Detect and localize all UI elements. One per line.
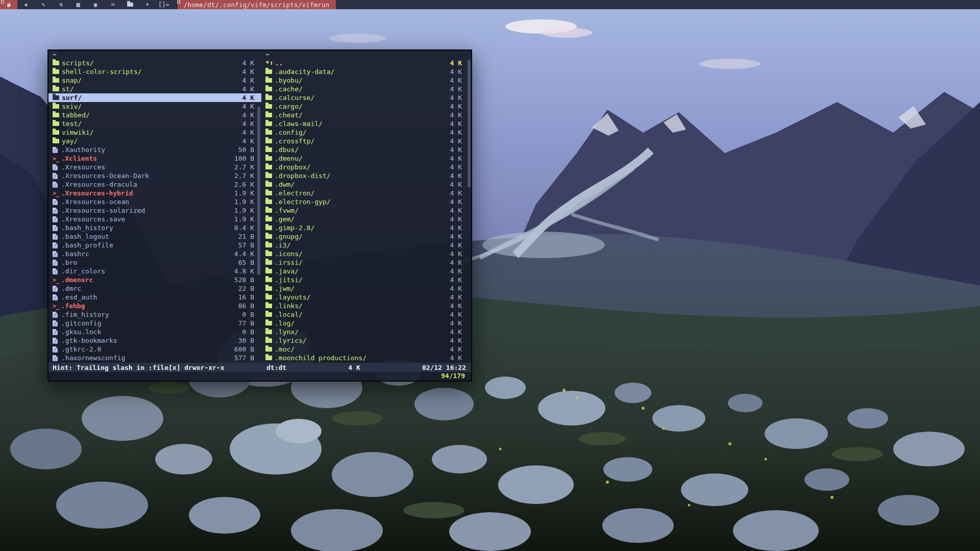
file-row[interactable]: .bash_history8.4 K xyxy=(48,223,261,232)
file-name: .bro xyxy=(61,259,234,266)
file-row[interactable]: .dmrc22 B xyxy=(48,284,261,293)
file-row[interactable]: .Xresources-solarized1.9 K xyxy=(48,206,261,215)
file-row[interactable]: >_.fehbg86 B xyxy=(48,302,261,310)
file-row[interactable]: .cheat/4 K xyxy=(261,111,471,119)
file-row[interactable]: yay/4 K xyxy=(48,137,261,145)
workspace-package-icon[interactable]: ❖ xyxy=(17,0,35,9)
file-row[interactable]: .byobu/4 K xyxy=(261,76,471,85)
file-row[interactable]: .gtkrc-2.0600 B xyxy=(48,345,261,354)
file-row[interactable]: .haxornewsconfig577 B xyxy=(48,354,261,362)
file-row[interactable]: .gtk-bookmarks30 B xyxy=(48,336,261,345)
workspace-files-folder-icon[interactable] xyxy=(121,0,139,9)
folder-icon xyxy=(53,87,59,91)
file-icon xyxy=(53,164,58,170)
workspace-video-camera-icon[interactable]: ◉ xyxy=(87,0,104,9)
file-row[interactable]: .lynx/4 K xyxy=(261,328,471,336)
workspace-lab-flask-icon[interactable]: ⚗ xyxy=(52,0,69,9)
file-row[interactable]: .Xresources-Ocean-Dark2.7 K xyxy=(48,171,261,180)
workspace-image-icon[interactable]: ▦ xyxy=(69,0,87,9)
file-row[interactable]: >_.dmenurc528 B xyxy=(48,276,261,284)
focused-window-title[interactable]: /home/dt/.config/vifm/scripts/vifmrun xyxy=(178,0,336,9)
workspace-telegram-icon[interactable]: ➤ xyxy=(139,0,156,9)
file-row[interactable]: .irssi/4 K xyxy=(261,258,471,267)
file-row[interactable]: .Xresources2.7 K xyxy=(48,163,261,171)
file-row[interactable]: .cargo/4 K xyxy=(261,102,471,111)
file-row[interactable]: .dropbox-dist/4 K xyxy=(261,171,471,180)
file-size: 4 K xyxy=(450,155,462,162)
file-size: 4 K xyxy=(242,77,254,84)
file-name: .jitsi/ xyxy=(275,276,446,284)
file-row[interactable]: .layouts/4 K xyxy=(261,293,471,302)
file-row[interactable]: .dbus/4 K xyxy=(261,145,471,154)
file-row[interactable]: .dmenu/4 K xyxy=(261,154,471,163)
file-row[interactable]: .calcurse/4 K xyxy=(261,93,471,102)
file-row[interactable]: .dir_colors4.8 K xyxy=(48,267,261,276)
file-row[interactable]: *⬆..4 K xyxy=(261,59,471,67)
file-row[interactable]: scripts/4 K xyxy=(48,59,261,67)
file-row[interactable]: .Xresources-dracula2.6 K xyxy=(48,180,261,189)
right-pane-scrollbar[interactable] xyxy=(468,60,471,187)
file-row[interactable]: .electron/4 K xyxy=(261,189,471,197)
file-icon xyxy=(53,355,58,361)
file-row[interactable]: .log/4 K xyxy=(261,319,471,328)
file-row[interactable]: surf/4 K xyxy=(48,93,261,102)
file-row[interactable]: .local/4 K xyxy=(261,310,471,319)
file-row[interactable]: .bashrc4.4 K xyxy=(48,249,261,258)
file-row[interactable]: >_.Xclients100 B xyxy=(48,154,261,163)
file-row[interactable]: vimwiki/4 K xyxy=(48,128,261,137)
file-row[interactable]: .gnupg/4 K xyxy=(261,232,471,241)
file-row[interactable]: .gimp-2.8/4 K xyxy=(261,223,471,232)
file-row[interactable]: .bash_profile57 B xyxy=(48,241,261,249)
workspace-computer-icon[interactable]: ⌨ xyxy=(104,0,121,9)
folder-icon xyxy=(265,347,272,352)
file-row[interactable]: .Xresources.save1.9 K xyxy=(48,215,261,223)
workspace-edit-icon[interactable]: ✎ xyxy=(35,0,52,9)
file-row[interactable]: .fim_history0 B xyxy=(48,310,261,319)
file-row[interactable]: .dwm/4 K xyxy=(261,180,471,189)
file-name: .dropbox-dist/ xyxy=(275,172,446,180)
file-row[interactable]: .icons/4 K xyxy=(261,249,471,258)
file-row[interactable]: .fvwm/4 K xyxy=(261,206,471,215)
file-row[interactable]: .dropbox/4 K xyxy=(261,163,471,171)
file-row[interactable]: .config/4 K xyxy=(261,128,471,137)
folder-icon xyxy=(265,130,272,135)
file-row[interactable]: .lyrics/4 K xyxy=(261,336,471,345)
file-row[interactable]: .i3/4 K xyxy=(261,241,471,249)
file-row[interactable]: .Xauthority50 B xyxy=(48,145,261,154)
vifm-panes: ~ scripts/4 Kshell-color-scripts/4 Ksnap… xyxy=(48,51,471,363)
file-size: 8.4 K xyxy=(234,224,254,232)
file-row[interactable]: .java/4 K xyxy=(261,267,471,276)
file-size: 0 B xyxy=(242,328,254,336)
file-row[interactable]: .jwm/4 K xyxy=(261,284,471,293)
file-row[interactable]: .gksu.lock0 B xyxy=(48,328,261,336)
file-row[interactable]: sxiv/4 K xyxy=(48,102,261,111)
file-row[interactable]: .links/4 K xyxy=(261,302,471,310)
file-row[interactable]: .Xresources-ocean1.9 K xyxy=(48,197,261,206)
file-name: .gimp-2.8/ xyxy=(275,224,446,232)
left-pane-scrollbar[interactable] xyxy=(257,107,260,275)
file-row[interactable]: .audacity-data/4 K xyxy=(261,67,471,76)
file-row[interactable]: .claws-mail/4 K xyxy=(261,119,471,128)
file-row[interactable]: snap/4 K xyxy=(48,76,261,85)
file-row[interactable]: test/4 K xyxy=(48,119,261,128)
folder-icon xyxy=(53,130,59,135)
file-row[interactable]: .bash_logout21 B xyxy=(48,232,261,241)
file-row[interactable]: .moc/4 K xyxy=(261,345,471,354)
file-size: 4 K xyxy=(450,285,462,292)
file-row[interactable]: .bro65 B xyxy=(48,258,261,267)
file-name: .irssi/ xyxy=(275,259,446,266)
file-row[interactable]: .crossftp/4 K xyxy=(261,137,471,145)
file-row[interactable]: shell-color-scripts/4 K xyxy=(48,67,261,76)
file-row[interactable]: .cache/4 K xyxy=(261,85,471,93)
file-row[interactable]: st/4 K xyxy=(48,85,261,93)
file-name: yay/ xyxy=(62,137,238,145)
file-row[interactable]: .gitconfig77 B xyxy=(48,319,261,328)
file-row[interactable]: .jitsi/4 K xyxy=(261,276,471,284)
file-row[interactable]: .electron-gyp/4 K xyxy=(261,197,471,206)
file-row[interactable]: .esd_auth16 B xyxy=(48,293,261,302)
file-row[interactable]: tabbed/4 K xyxy=(48,111,261,119)
file-row[interactable]: .gem/4 K xyxy=(261,215,471,223)
file-row[interactable]: >_.Xresources-hybrid1.9 K xyxy=(48,189,261,197)
file-size: 1.9 K xyxy=(234,198,254,206)
file-row[interactable]: .moonchild productions/4 K xyxy=(261,354,471,362)
